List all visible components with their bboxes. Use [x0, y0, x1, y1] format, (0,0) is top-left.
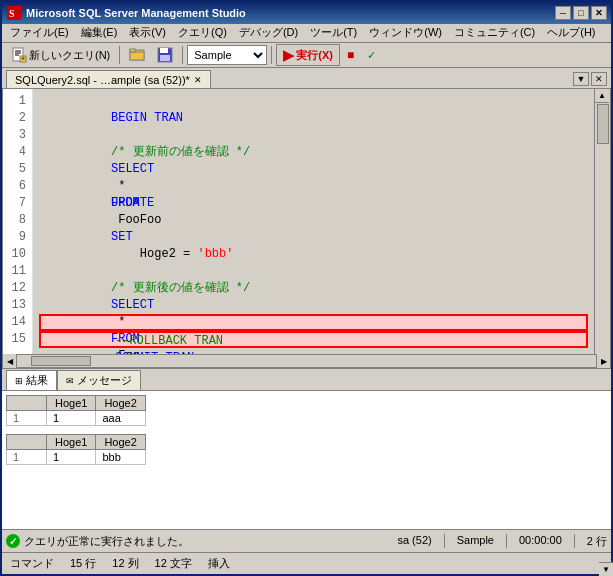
scroll-up-button[interactable]: ▲	[595, 89, 609, 103]
maximize-button[interactable]: □	[573, 6, 589, 20]
horizontal-scrollbar[interactable]: ◀ ▶	[3, 354, 610, 368]
new-query-icon: +	[11, 47, 27, 63]
col-header-hoge1-t2: Hoge1	[47, 435, 96, 450]
results-tab-label: 結果	[26, 373, 48, 388]
status-database: Sample	[457, 534, 494, 549]
status-icon: ✓	[6, 534, 20, 548]
results-panel: ⊞ 結果 ✉ メッセージ Hoge1 Hoge2	[2, 369, 611, 529]
title-bar: S Microsoft SQL Server Management Studio…	[2, 2, 611, 24]
table-row: 1 1 aaa	[7, 411, 146, 426]
svg-rect-10	[130, 49, 135, 52]
bottom-bar: コマンド 15 行 12 列 12 文字 挿入	[2, 552, 611, 574]
svg-rect-13	[160, 55, 170, 61]
keyword-update: UPDATE	[111, 196, 154, 210]
execute-label: 実行(X)	[296, 48, 333, 63]
execute-button[interactable]: ▶ 実行(X)	[276, 44, 340, 66]
panel-close-button[interactable]: ✕	[591, 72, 607, 86]
save-icon	[157, 47, 173, 63]
stop-icon: ■	[347, 48, 354, 62]
results-tab[interactable]: ⊞ 結果	[6, 370, 57, 390]
menu-view[interactable]: 表示(V)	[123, 24, 172, 41]
toolbar-btn-1[interactable]	[124, 44, 150, 66]
cell-hoge1-r1-t2: 1	[47, 450, 96, 465]
svg-rect-12	[160, 48, 168, 53]
document-tab-close[interactable]: ✕	[194, 75, 202, 85]
results-tab-icon: ⊞	[15, 376, 23, 386]
bottom-mode: 挿入	[208, 556, 230, 571]
scroll-thumb[interactable]	[597, 104, 609, 144]
cell-hoge1-r1-t1: 1	[47, 411, 96, 426]
set-value: 'bbb'	[197, 247, 233, 261]
results-content: Hoge1 Hoge2 1 1 aaa	[2, 391, 611, 529]
col-header-hoge2-t1: Hoge2	[96, 396, 145, 411]
col-header-hoge1-t1: Hoge1	[47, 396, 96, 411]
menu-debug[interactable]: デバッグ(D)	[233, 24, 304, 41]
h-scroll-thumb[interactable]	[31, 356, 91, 366]
h-scroll-left-button[interactable]: ◀	[3, 354, 17, 368]
keyword-select-2: SELECT	[111, 298, 154, 312]
document-tab[interactable]: SQLQuery2.sql - …ample (sa (52))* ✕	[6, 70, 211, 88]
menu-window[interactable]: ウィンドウ(W)	[363, 24, 448, 41]
update-table: Foo	[111, 213, 161, 227]
scroll-down-button[interactable]: ▼	[599, 562, 613, 576]
stop-button[interactable]: ■	[342, 44, 359, 66]
toolbar-sep-3	[271, 46, 272, 64]
vertical-scrollbar[interactable]: ▲ ▼	[594, 89, 610, 354]
messages-tab[interactable]: ✉ メッセージ	[57, 370, 141, 390]
menu-query[interactable]: クエリ(Q)	[172, 24, 233, 41]
menu-community[interactable]: コミュニティ(C)	[448, 24, 541, 41]
menu-edit[interactable]: 編集(E)	[75, 24, 124, 41]
col-header-hoge2-t2: Hoge2	[96, 435, 145, 450]
status-bar: ✓ クエリが正常に実行されました。 sa (52) Sample 00:00:0…	[2, 529, 611, 552]
comment-2: /* 更新後の値を確認 */	[111, 281, 250, 295]
svg-text:✓: ✓	[367, 49, 376, 61]
svg-rect-9	[130, 52, 144, 60]
sql-editor-container: 1 2 3 4 5 6 7 8 9 10 11 12 13 14 15 BEG	[2, 88, 611, 369]
comment-1: /* 更新前の値を確認 */	[111, 145, 250, 159]
result-table-2-container: Hoge1 Hoge2 1 1 bbb	[6, 434, 607, 465]
panel-pin-button[interactable]: ▼	[573, 72, 589, 86]
new-query-label: 新しいクエリ(N)	[29, 48, 110, 63]
cell-hoge2-r1-t2: bbb	[96, 450, 145, 465]
close-button[interactable]: ✕	[591, 6, 607, 20]
line-numbers: 1 2 3 4 5 6 7 8 9 10 11 12 13 14 15	[3, 89, 33, 354]
results-tab-bar: ⊞ 結果 ✉ メッセージ	[2, 369, 611, 391]
window-title: Microsoft SQL Server Management Studio	[26, 7, 555, 19]
status-right: sa (52) Sample 00:00:00 2 行	[397, 534, 607, 549]
status-message: クエリが正常に実行されました。	[24, 534, 189, 549]
open-icon	[129, 47, 145, 63]
result-table-1: Hoge1 Hoge2 1 1 aaa	[6, 395, 146, 426]
bottom-row: 15 行	[70, 556, 96, 571]
status-rows: 2 行	[587, 534, 607, 549]
parse-button[interactable]: ✓	[361, 44, 387, 66]
result-table-2: Hoge1 Hoge2 1 1 bbb	[6, 434, 146, 465]
toolbar-btn-2[interactable]	[152, 44, 178, 66]
menu-tools[interactable]: ツール(T)	[304, 24, 363, 41]
table-row: 1 1 bbb	[7, 450, 146, 465]
minimize-button[interactable]: ─	[555, 6, 571, 20]
bottom-col: 12 列	[112, 556, 138, 571]
menu-help[interactable]: ヘルプ(H)	[541, 24, 601, 41]
editor-scroll-area: 1 2 3 4 5 6 7 8 9 10 11 12 13 14 15 BEG	[3, 89, 610, 354]
bottom-chars: 12 文字	[155, 556, 192, 571]
new-query-button[interactable]: + 新しいクエリ(N)	[6, 44, 115, 66]
toolbar: + 新しいクエリ(N) Sample ▶ 実行(X)	[2, 43, 611, 68]
row-num-1-t2: 1	[7, 450, 47, 465]
menu-file[interactable]: ファイル(E)	[4, 24, 75, 41]
database-selector[interactable]: Sample	[187, 45, 267, 65]
bottom-command-label: コマンド	[10, 556, 54, 571]
status-divider-1	[444, 534, 445, 548]
keyword-select-1: SELECT	[111, 162, 154, 176]
svg-text:S: S	[9, 8, 15, 19]
status-divider-3	[574, 534, 575, 548]
code-editor[interactable]: BEGIN TRAN /* 更新前の値を確認 */ SELECT * FROM …	[33, 89, 594, 354]
cell-hoge2-r1-t1: aaa	[96, 411, 145, 426]
status-divider-2	[506, 534, 507, 548]
result-table-1-container: Hoge1 Hoge2 1 1 aaa	[6, 395, 607, 426]
select-star-1: *	[111, 179, 133, 193]
parse-icon: ✓	[366, 47, 382, 63]
keyword-set: SET	[111, 230, 133, 244]
document-tab-bar: SQLQuery2.sql - …ample (sa (52))* ✕ ▼ ✕	[2, 68, 611, 88]
toolbar-sep-1	[119, 46, 120, 64]
h-scroll-right-button[interactable]: ▶	[596, 354, 610, 368]
